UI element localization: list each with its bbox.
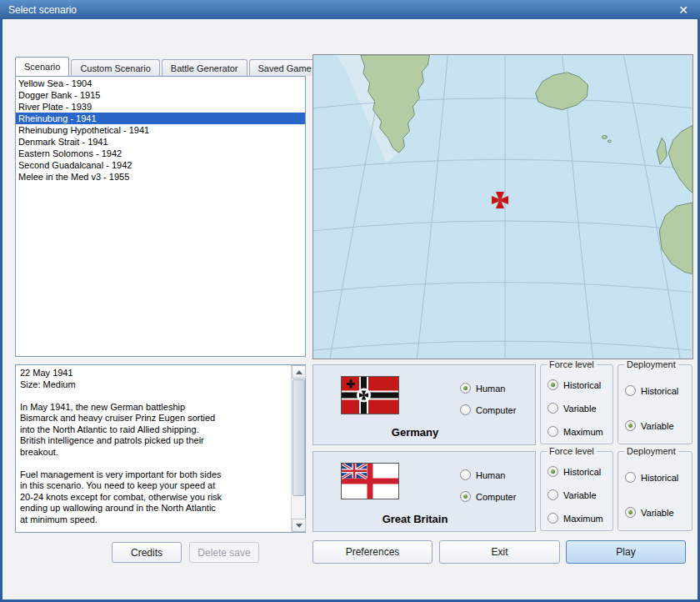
radio-germany-deploy-historical[interactable] [625, 385, 636, 396]
close-icon[interactable]: ✕ [675, 4, 692, 16]
list-item[interactable]: Melee in the Med v3 - 1955 [16, 171, 305, 183]
radio-britain-force-variable[interactable] [548, 489, 558, 500]
germany-panel: Germany Human Computer [312, 364, 536, 445]
scroll-down-icon [296, 524, 302, 528]
delete-save-button: Delete save [189, 542, 259, 563]
tab-custom-scenario[interactable]: Custom Scenario [71, 59, 159, 76]
scroll-down-button[interactable] [292, 519, 306, 532]
radio-germany-force-maximum[interactable] [548, 426, 558, 437]
radio-germany-deploy-variable[interactable] [625, 420, 636, 431]
select-scenario-dialog: Select scenario ✕ Scenario Custom Scenar… [0, 0, 700, 602]
group-title: Force level [547, 446, 597, 456]
radio-label: Human [476, 384, 505, 394]
list-item[interactable]: Second Guadalcanal - 1942 [16, 159, 305, 171]
scenario-description-box: 22 May 1941 Size: Medium In May 1941, th… [15, 364, 306, 533]
play-button[interactable]: Play [566, 540, 686, 564]
scenario-tabs: Scenario Custom Scenario Battle Generato… [15, 57, 322, 76]
radio-label: Computer [476, 492, 516, 502]
preferences-button[interactable]: Preferences [312, 540, 432, 564]
radio-germany-force-variable[interactable] [548, 403, 558, 414]
scroll-up-button[interactable] [292, 365, 306, 379]
scenario-list: Yellow Sea - 1904 Dogger Bank - 1915 Riv… [15, 76, 306, 357]
list-item[interactable]: Rheinubung Hypothetical - 1941 [16, 124, 305, 136]
radio-label: Historical [641, 386, 678, 396]
radio-label: Variable [641, 421, 674, 431]
radio-britain-force-historical[interactable] [548, 466, 558, 477]
radio-label: Variable [641, 508, 674, 518]
list-item[interactable]: Yellow Sea - 1904 [16, 78, 305, 89]
list-item-selected[interactable]: Rheinubung - 1941 [16, 113, 305, 124]
window-title: Select scenario [8, 4, 77, 16]
radio-label: Variable [563, 490, 597, 500]
description-scrollbar[interactable] [291, 365, 305, 532]
title-bar: Select scenario ✕ [0, 0, 700, 19]
radio-germany-human[interactable] [460, 383, 471, 394]
scenario-description: 22 May 1941 Size: Medium In May 1941, th… [16, 365, 290, 532]
radio-label: Computer [476, 405, 516, 415]
radio-germany-force-historical[interactable] [548, 379, 558, 390]
group-title: Deployment [624, 359, 678, 369]
radio-label: Human [476, 470, 505, 480]
germany-flag [341, 376, 399, 414]
radio-label: Maximum [563, 514, 603, 524]
germany-force-level-group: Force level Historical Variable Maximum [540, 364, 613, 444]
great-britain-flag [341, 463, 399, 499]
radio-label: Historical [641, 473, 678, 483]
great-britain-panel: Great Britain Human Computer [312, 451, 536, 532]
list-item[interactable]: Eastern Solomons - 1942 [16, 148, 305, 159]
tab-saved-game[interactable]: Saved Game [249, 59, 321, 76]
scroll-up-icon [296, 370, 302, 374]
north-atlantic-map [313, 55, 692, 359]
radio-britain-force-maximum[interactable] [548, 513, 558, 524]
tab-scenario[interactable]: Scenario [15, 57, 69, 76]
credits-button[interactable]: Credits [112, 542, 182, 563]
scenario-map [312, 54, 693, 359]
radio-label: Variable [563, 404, 597, 414]
radio-britain-computer[interactable] [460, 491, 471, 502]
radio-label: Historical [563, 467, 601, 477]
exit-button[interactable]: Exit [439, 540, 560, 564]
radio-britain-human[interactable] [460, 469, 471, 480]
group-title: Force level [547, 359, 597, 369]
scrollbar-thumb[interactable] [292, 379, 305, 496]
dialog-body: Scenario Custom Scenario Battle Generato… [2, 19, 698, 599]
list-item[interactable]: Dogger Bank - 1915 [16, 89, 305, 101]
germany-deployment-group: Deployment Historical Variable [618, 364, 692, 444]
list-item[interactable]: River Plate - 1939 [16, 101, 305, 113]
radio-label: Maximum [563, 427, 603, 437]
radio-britain-deploy-variable[interactable] [625, 507, 636, 518]
side-name: Germany [332, 426, 498, 439]
radio-germany-computer[interactable] [460, 404, 471, 415]
britain-force-level-group: Force level Historical Variable Maximum [540, 451, 613, 531]
radio-label: Historical [563, 380, 601, 390]
list-item[interactable]: Denmark Strait - 1941 [16, 136, 305, 148]
britain-deployment-group: Deployment Historical Variable [618, 451, 692, 531]
side-name: Great Britain [332, 513, 498, 525]
tab-battle-generator[interactable]: Battle Generator [162, 59, 248, 76]
group-title: Deployment [624, 446, 678, 456]
radio-britain-deploy-historical[interactable] [625, 472, 636, 483]
